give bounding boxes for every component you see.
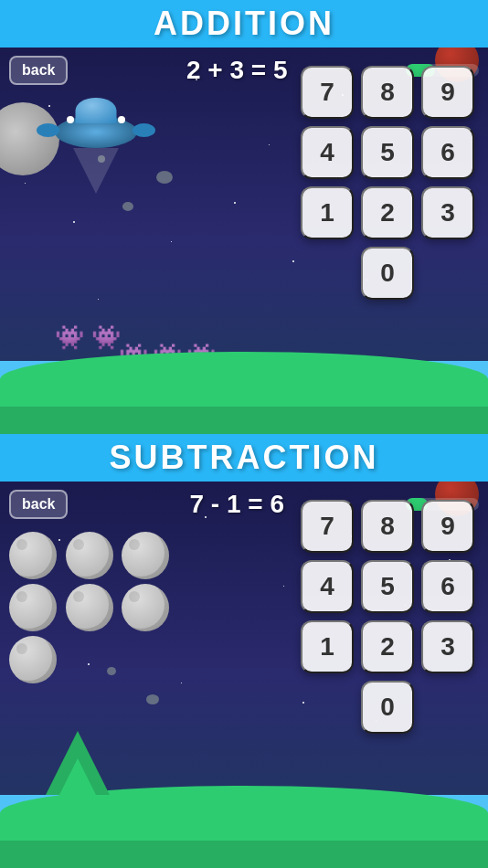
addition-back-button[interactable]: back bbox=[9, 56, 68, 85]
addition-numpad: 7 8 9 4 5 6 1 2 3 0 bbox=[301, 66, 474, 300]
subtraction-header: SUBTRACTION bbox=[0, 434, 488, 482]
num-btn-7[interactable]: 7 bbox=[301, 66, 354, 119]
num-btn-2[interactable]: 2 bbox=[361, 186, 414, 239]
num-btn-8[interactable]: 8 bbox=[361, 66, 414, 119]
ufo-wing-left bbox=[37, 123, 59, 137]
tree-top bbox=[46, 731, 110, 795]
sub-num-btn-0[interactable]: 0 bbox=[361, 681, 414, 734]
ufo-light-1 bbox=[67, 116, 74, 123]
ufo-dome bbox=[76, 98, 117, 123]
sub-num-btn-3[interactable]: 3 bbox=[421, 620, 474, 673]
sub-num-btn-9[interactable]: 9 bbox=[421, 500, 474, 553]
asteroid-2 bbox=[122, 202, 133, 211]
ground bbox=[0, 361, 488, 434]
addition-title: ADDITION bbox=[154, 5, 334, 43]
ufo-body bbox=[55, 116, 137, 148]
aliens-ufo: 👾 👾 bbox=[55, 323, 121, 352]
subtraction-numpad: 7 8 9 4 5 6 1 2 3 0 bbox=[301, 500, 474, 734]
sub-num-btn-6[interactable]: 6 bbox=[421, 560, 474, 613]
moon-display-4 bbox=[9, 584, 57, 631]
subtraction-section: SUBTRACTION bbox=[0, 434, 488, 868]
num-btn-9[interactable]: 9 bbox=[421, 66, 474, 119]
subtraction-title: SUBTRACTION bbox=[110, 439, 379, 477]
addition-header: ADDITION bbox=[0, 0, 488, 48]
alien-ufo-1: 👾 bbox=[55, 323, 84, 352]
ufo-wing-right bbox=[133, 123, 155, 137]
subtraction-asteroid-1 bbox=[146, 694, 159, 704]
tree bbox=[46, 731, 110, 813]
moon-display-1 bbox=[9, 532, 57, 579]
sub-num-btn-4[interactable]: 4 bbox=[301, 560, 354, 613]
alien-ufo-2: 👾 bbox=[91, 323, 121, 352]
num-btn-1[interactable]: 1 bbox=[301, 186, 354, 239]
num-btn-0[interactable]: 0 bbox=[361, 247, 414, 300]
subtraction-game-area: back 7 - 1 = 6 7 8 9 4 5 6 1 2 3 0 bbox=[0, 482, 488, 868]
sub-num-btn-1[interactable]: 1 bbox=[301, 620, 354, 673]
addition-game-area: 👾 👾 👾 👾 👾 back 2 + 3 = 5 7 8 9 4 bbox=[0, 48, 488, 434]
sub-num-btn-5[interactable]: 5 bbox=[361, 560, 414, 613]
sub-num-btn-2[interactable]: 2 bbox=[361, 620, 414, 673]
moon-display-5 bbox=[66, 584, 113, 631]
ufo-beam bbox=[73, 148, 119, 194]
sub-num-btn-7[interactable]: 7 bbox=[301, 500, 354, 553]
moon-display-3 bbox=[122, 532, 169, 579]
moons-display bbox=[9, 532, 174, 683]
subtraction-ground bbox=[0, 795, 488, 868]
num-btn-4[interactable]: 4 bbox=[301, 126, 354, 179]
num-btn-3[interactable]: 3 bbox=[421, 186, 474, 239]
ufo-light-5 bbox=[118, 116, 125, 123]
num-btn-5[interactable]: 5 bbox=[361, 126, 414, 179]
addition-section: ADDITION bbox=[0, 0, 488, 434]
moon-display-7 bbox=[9, 636, 57, 683]
subtraction-back-button[interactable]: back bbox=[9, 490, 68, 519]
sub-num-btn-8[interactable]: 8 bbox=[361, 500, 414, 553]
moon-display-2 bbox=[66, 532, 113, 579]
moon-display-6 bbox=[122, 584, 169, 631]
ufo bbox=[55, 111, 137, 194]
num-btn-6[interactable]: 6 bbox=[421, 126, 474, 179]
